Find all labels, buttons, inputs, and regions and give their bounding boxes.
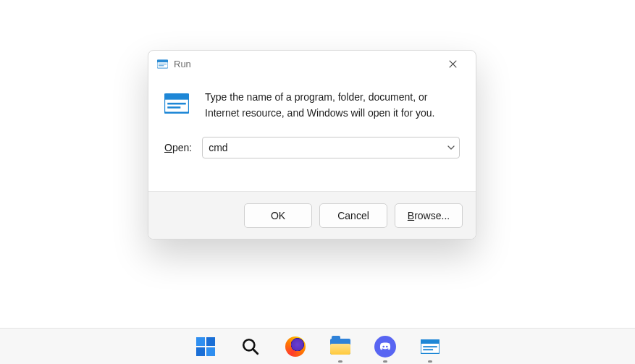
- open-combobox[interactable]: [202, 137, 460, 158]
- svg-rect-2: [159, 64, 167, 64]
- open-label: Open:: [164, 142, 192, 153]
- cancel-button[interactable]: Cancel: [319, 203, 387, 228]
- svg-point-11: [385, 345, 387, 347]
- search-icon: [241, 337, 260, 356]
- svg-rect-7: [167, 106, 180, 109]
- run-icon: [164, 91, 189, 116]
- running-indicator: [338, 360, 342, 363]
- svg-rect-1: [157, 59, 168, 62]
- taskbar-start-button[interactable]: [191, 332, 220, 361]
- titlebar[interactable]: Run: [148, 51, 476, 77]
- svg-rect-5: [164, 94, 189, 99]
- svg-rect-14: [423, 346, 437, 347]
- taskbar-run-button[interactable]: [416, 332, 445, 361]
- windows-start-icon: [196, 337, 215, 356]
- taskbar-firefox-button[interactable]: [281, 332, 310, 361]
- svg-point-10: [382, 345, 384, 347]
- taskbar: [0, 328, 635, 364]
- firefox-icon: [285, 337, 306, 357]
- taskbar-search-button[interactable]: [236, 332, 265, 361]
- dialog-button-bar: OK Cancel Browse...: [148, 191, 476, 239]
- running-indicator: [428, 360, 432, 363]
- close-icon: [449, 60, 457, 68]
- taskbar-discord-button[interactable]: [371, 332, 400, 361]
- run-dialog: Run Type the name of a program, folder, …: [148, 50, 476, 240]
- dialog-message: Type the name of a program, folder, docu…: [205, 90, 460, 121]
- ok-button[interactable]: OK: [244, 203, 312, 228]
- svg-rect-6: [167, 103, 186, 105]
- dialog-body: Type the name of a program, folder, docu…: [148, 77, 476, 191]
- discord-icon: [374, 336, 396, 357]
- svg-rect-13: [421, 339, 440, 344]
- svg-rect-3: [159, 65, 164, 66]
- browse-button[interactable]: Browse...: [395, 203, 463, 228]
- dialog-title: Run: [174, 59, 191, 69]
- open-input[interactable]: [202, 137, 460, 158]
- run-icon: [157, 59, 168, 69]
- running-indicator: [383, 360, 387, 363]
- taskbar-file-explorer-button[interactable]: [326, 332, 355, 361]
- run-icon: [421, 339, 440, 354]
- close-button[interactable]: [437, 53, 468, 75]
- svg-rect-15: [423, 349, 433, 350]
- svg-line-9: [253, 349, 257, 353]
- file-explorer-icon: [330, 339, 350, 355]
